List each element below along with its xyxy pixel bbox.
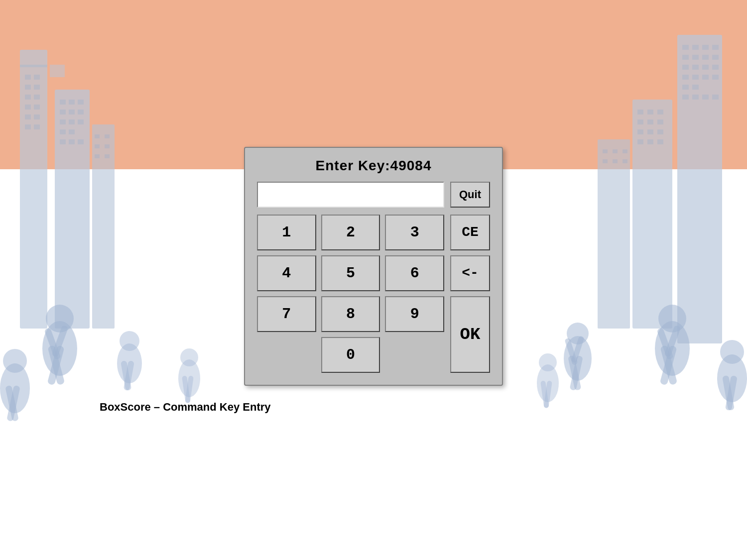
key-7-button[interactable]: 7 (257, 296, 316, 332)
ce-button[interactable]: CE (450, 215, 490, 250)
key-5-button[interactable]: 5 (321, 255, 380, 291)
display-row: Quit (257, 182, 490, 208)
key-8-button[interactable]: 8 (321, 296, 380, 332)
calculator-dialog: Enter Key:49084 Quit 1 2 3 4 5 6 7 8 9 (244, 147, 503, 386)
keypad-side: CE <- OK (450, 215, 490, 373)
keypad-spacer-right (385, 337, 444, 373)
keypad-main: 1 2 3 4 5 6 7 8 9 0 (257, 215, 444, 373)
key-0-button[interactable]: 0 (321, 337, 380, 373)
keypad-area: 1 2 3 4 5 6 7 8 9 0 CE <- OK (257, 215, 490, 373)
key-3-button[interactable]: 3 (385, 215, 444, 250)
backspace-button[interactable]: <- (450, 255, 490, 291)
page-content: Enter Key:49084 Quit 1 2 3 4 5 6 7 8 9 (0, 0, 747, 560)
keypad-spacer-left (257, 337, 316, 373)
key-6-button[interactable]: 6 (385, 255, 444, 291)
ok-button[interactable]: OK (450, 296, 490, 373)
key-1-button[interactable]: 1 (257, 215, 316, 250)
display-input[interactable] (257, 182, 444, 208)
key-9-button[interactable]: 9 (385, 296, 444, 332)
key-4-button[interactable]: 4 (257, 255, 316, 291)
key-2-button[interactable]: 2 (321, 215, 380, 250)
dialog-title: Enter Key:49084 (257, 158, 490, 174)
caption-text: BoxScore – Command Key Entry (100, 401, 271, 414)
quit-button[interactable]: Quit (450, 182, 490, 208)
